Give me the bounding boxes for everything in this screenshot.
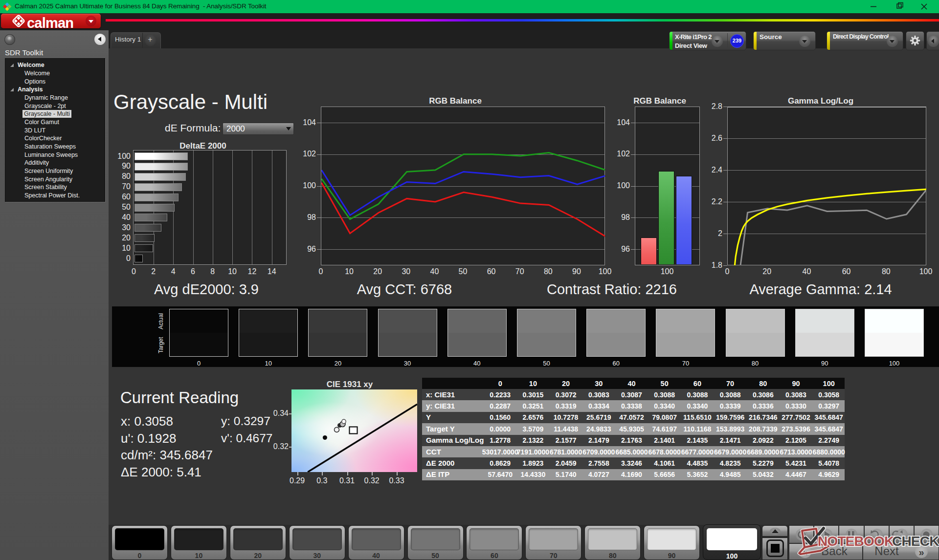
svg-text:CHECK: CHECK — [892, 534, 939, 549]
svg-text:NOTEBOOK: NOTEBOOK — [818, 534, 894, 549]
